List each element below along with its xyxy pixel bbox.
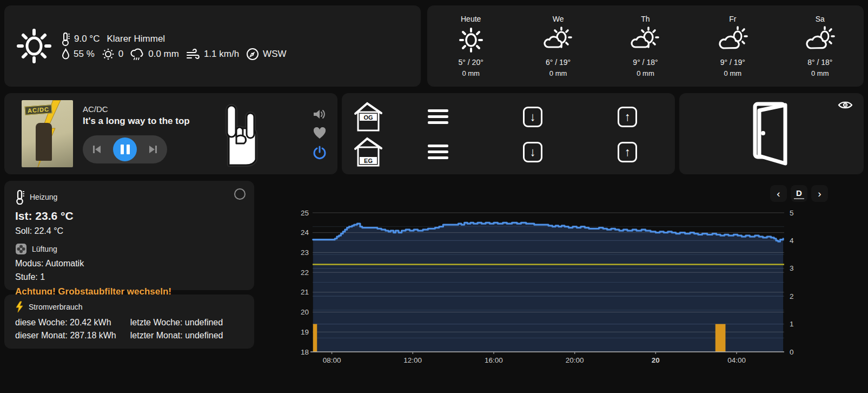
vent-label: Lüftung (32, 245, 57, 253)
precipitation-icon (130, 48, 144, 61)
svg-text:22: 22 (301, 268, 309, 277)
svg-text:EG: EG (364, 158, 373, 164)
current-precip: 0.0 mm (148, 49, 179, 60)
forecast-day-label: We (553, 15, 564, 23)
shutter-up-og-button[interactable]: ↑ (618, 107, 637, 127)
forecast-precip: 0 mm (724, 69, 742, 77)
power-button[interactable] (313, 146, 327, 160)
shutter-menu-eg-button[interactable] (428, 145, 448, 159)
album-art: AC/DC (22, 100, 73, 167)
svg-text:24: 24 (301, 228, 309, 237)
eye-icon[interactable] (838, 100, 853, 110)
forecast-day: Th 9° / 18° 0 mm (613, 15, 678, 77)
current-condition: Klarer Himmel (107, 34, 165, 44)
shutter-up-eg-button[interactable]: ↑ (618, 142, 637, 162)
svg-text:20:00: 20:00 (566, 356, 584, 364)
sun-cloud-icon (543, 24, 573, 55)
shutter-menu-og-button[interactable] (428, 109, 448, 124)
temperature-chart: ‹ D › 08:0012:0016:0020:002004:001819202… (301, 182, 868, 388)
svg-text:21: 21 (301, 288, 309, 296)
compass-icon (246, 48, 259, 61)
door-open-icon (751, 100, 793, 169)
svg-text:25: 25 (301, 209, 309, 217)
shutters-card: OG ↓ ↑ EG ↓ ↑ (342, 93, 675, 174)
forecast-temps: 9° / 19° (720, 58, 745, 67)
forecast-precip: 0 mm (811, 69, 829, 77)
media-artist: AC/DC (83, 104, 190, 114)
door-status-card (679, 93, 864, 174)
forecast-day: Fr 9° / 19° 0 mm (700, 15, 765, 77)
svg-text:1: 1 (790, 320, 794, 328)
current-weather-card: 9.0 °C Klarer Himmel 55 % 0 (4, 5, 421, 87)
current-humidity: 55 % (74, 49, 95, 60)
svg-text:23: 23 (301, 248, 309, 257)
svg-text:4: 4 (790, 237, 794, 245)
forecast-temps: 8° / 18° (807, 58, 832, 67)
heating-label: Heizung (30, 193, 57, 201)
cloud-sun-icon (718, 24, 748, 55)
lightning-icon (15, 301, 24, 313)
shutter-row-eg: EG ↓ ↑ (342, 136, 675, 167)
svg-text:0: 0 (790, 348, 794, 356)
forecast-day: We 6° / 19° 0 mm (526, 15, 591, 77)
svg-text:5: 5 (790, 209, 794, 217)
current-wind-dir: WSW (263, 49, 286, 60)
sun-icon (457, 24, 485, 55)
media-player-card: AC/DC AC/DC It's a long way to the top (4, 93, 337, 174)
previous-track-button[interactable] (91, 144, 102, 155)
power-this-month: dieser Monat: 287.18 kWh (15, 331, 116, 340)
wind-icon (186, 48, 200, 60)
media-controls (83, 135, 167, 163)
forecast-day-label: Th (641, 15, 650, 23)
forecast-temps: 6° / 19° (546, 58, 571, 67)
pause-button[interactable] (113, 137, 137, 161)
uv-icon (102, 48, 115, 61)
svg-text:18: 18 (301, 348, 309, 356)
current-uv: 0 (118, 49, 123, 60)
heating-target: Soll: 22.4 °C (15, 226, 243, 236)
svg-text:20: 20 (301, 308, 309, 316)
sun-cloud-icon (630, 24, 660, 55)
climate-card: Heizung Ist: 23.6 °C Soll: 22.4 °C Lüftu… (4, 181, 254, 290)
power-last-week: letzte Woche: undefined (130, 318, 223, 328)
svg-text:OG: OG (363, 114, 373, 121)
status-circle (234, 188, 246, 200)
next-track-button[interactable] (148, 144, 158, 155)
house-eg-icon: EG (342, 136, 390, 168)
forecast-day: Sa 8° / 18° 0 mm (787, 15, 852, 77)
vent-stage: Stufe: 1 (15, 272, 243, 282)
shutter-down-eg-button[interactable]: ↓ (523, 142, 542, 162)
svg-text:3: 3 (790, 264, 794, 272)
current-temp: 9.0 °C (74, 34, 100, 44)
current-wind: 1.1 km/h (204, 49, 239, 60)
house-og-icon: OG (342, 101, 390, 133)
favorite-icon[interactable] (313, 127, 326, 139)
forecast-precip: 0 mm (462, 69, 480, 77)
fan-icon (15, 243, 27, 255)
forecast-temps: 9° / 18° (633, 58, 658, 67)
forecast-day-label: Fr (729, 15, 736, 23)
power-last-month: letzter Monat: undefined (130, 331, 223, 340)
svg-text:20: 20 (652, 356, 660, 364)
forecast-day-label: Heute (461, 15, 481, 23)
power-this-week: diese Woche: 20.42 kWh (15, 318, 116, 328)
heating-thermometer-icon (15, 189, 25, 205)
volume-icon[interactable] (313, 108, 327, 121)
cloud-sun-icon (805, 24, 835, 55)
vent-mode: Modus: Automatik (15, 259, 243, 268)
shutter-down-og-button[interactable]: ↓ (523, 107, 542, 127)
forecast-precip: 0 mm (549, 69, 567, 77)
svg-text:12:00: 12:00 (403, 356, 422, 364)
heating-actual: Ist: 23.6 °C (15, 209, 243, 222)
forecast-card: Heute 5° / 20° 0 mm We (427, 5, 864, 87)
svg-text:16:00: 16:00 (485, 356, 503, 364)
humidity-icon (62, 48, 70, 60)
forecast-precip: 0 mm (637, 69, 654, 77)
power-card: Stromverbrauch diese Woche: 20.42 kWh le… (4, 294, 254, 349)
svg-text:08:00: 08:00 (323, 356, 341, 364)
svg-text:04:00: 04:00 (727, 356, 746, 364)
forecast-temps: 5° / 20° (459, 58, 483, 67)
svg-text:2: 2 (790, 292, 794, 300)
power-label: Stromverbrauch (29, 303, 83, 311)
sun-icon (16, 28, 52, 64)
